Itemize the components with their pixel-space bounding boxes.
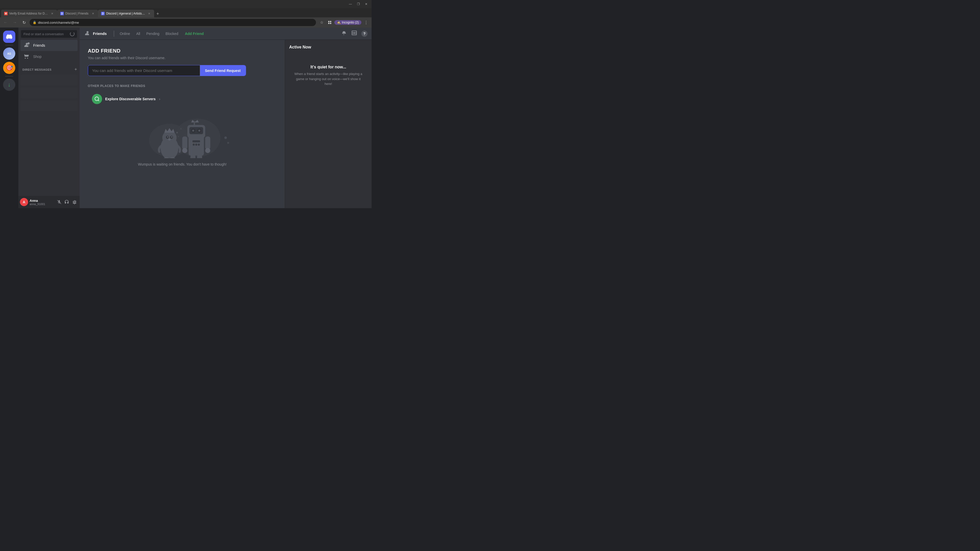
svg-point-6 [95,97,99,101]
svg-point-42 [227,142,229,144]
browser-more-button[interactable]: ⋮ [363,19,369,26]
user-panel: A Anna anna_91001 [18,196,80,208]
explore-servers-button[interactable]: Explore Discoverable Servers › [88,92,164,106]
online-tab[interactable]: Online [117,30,132,37]
username: Anna [30,199,54,203]
inbox-button[interactable] [351,30,357,37]
svg-rect-31 [197,155,202,158]
wumpus-illustration [134,112,231,158]
deafen-button[interactable] [63,198,70,206]
explore-title: Explore Discoverable Servers [105,97,156,101]
user-avatar[interactable]: A [20,198,28,206]
notification-button[interactable] [341,30,347,37]
friends-header-label: Friends [93,32,107,36]
incognito-label: Incognito (2) [342,21,359,24]
friends-nav-item[interactable]: Friends [21,40,78,51]
other-places-title: OTHER PLACES TO MAKE FRIENDS [88,84,277,88]
address-text: discord.com/channels/@me [38,21,79,24]
settings-button[interactable] [71,198,78,206]
close-icon[interactable]: ✕ [363,1,369,7]
add-friend-description: You can add friends with their Discord u… [88,56,277,60]
friends-header-icon [84,30,91,37]
dm-placeholder-1 [21,75,78,86]
direct-messages-label: DIRECT MESSAGES [22,68,52,71]
server-avatar-2[interactable]: 🎯 [3,62,15,74]
maximize-icon[interactable]: ❐ [355,1,362,7]
new-tab-button[interactable]: + [154,10,161,17]
title-bar: — ❐ ✕ [0,0,372,8]
tab-discord-general[interactable]: D Discord | #general | Artists Disco... … [98,10,154,17]
svg-point-35 [192,144,195,146]
wumpus-caption: Wumpus is waiting on friends. You don't … [138,162,226,166]
shop-nav-item[interactable]: Shop [21,51,78,62]
svg-point-14 [171,137,172,138]
svg-point-24 [192,130,194,132]
server-avatar-1[interactable]: AG [3,48,15,60]
main-content: Friends Online All Pending Blocked Add F… [80,27,372,208]
svg-point-37 [198,144,200,146]
add-friend-title: ADD FRIEND [88,48,277,54]
user-tag: anna_91001 [30,203,54,206]
new-dm-button[interactable]: + [74,66,78,73]
tab-gmail-close[interactable]: ✕ [50,11,54,16]
username-input[interactable] [88,65,200,76]
server-separator-2 [5,76,13,76]
svg-rect-34 [192,140,200,142]
dm-placeholder-2 [21,87,78,98]
incognito-profile[interactable]: 🕵 Incognito (2) [334,20,361,25]
extensions-button[interactable] [326,19,333,26]
shop-nav-label: Shop [33,55,41,59]
friends-add-content: ADD FRIEND You can add friends with thei… [80,40,285,208]
svg-rect-1 [330,21,331,22]
friends-nav-label: Friends [33,43,45,48]
wumpus-area: Wumpus is waiting on friends. You don't … [88,112,277,166]
tab-discord-friends[interactable]: D Discord | Friends ✕ [57,10,98,17]
bookmark-button[interactable]: ☆ [318,19,325,26]
blocked-tab[interactable]: Blocked [163,30,181,37]
help-button[interactable]: ? [361,30,368,37]
address-bar[interactable]: 🔒 discord.com/channels/@me [30,19,316,26]
quiet-description: When a friend starts an activity—like pl… [293,71,363,86]
tab-gmail[interactable]: M Verify Email Address for Discord ✕ [1,10,57,17]
mute-button[interactable] [56,198,63,206]
svg-point-38 [177,132,178,133]
tab-gmail-title: Verify Email Address for Discord [9,12,48,15]
svg-point-25 [198,130,200,132]
quiet-container: It's quiet for now... When a friend star… [289,55,368,97]
content-area: ADD FRIEND You can add friends with thei… [80,40,372,208]
dm-sidebar: Find or start a conversation Friends [18,27,80,208]
top-nav: Friends Online All Pending Blocked Add F… [80,27,372,40]
shop-nav-icon [23,53,30,60]
minimize-icon[interactable]: — [347,1,354,7]
tab-discord-friends-favicon: D [60,12,64,15]
lock-icon: 🔒 [33,21,37,24]
download-button[interactable]: ↓ [3,79,15,91]
send-friend-request-button[interactable]: Send Friend Request [200,65,246,76]
dm-nav-items: Friends Shop [18,40,80,62]
add-friend-section: ADD FRIEND You can add friends with thei… [88,48,277,76]
reload-button[interactable]: ↻ [21,19,27,26]
svg-point-39 [180,128,181,129]
incognito-icon: 🕵 [337,21,341,24]
tab-bar: M Verify Email Address for Discord ✕ D D… [0,8,372,17]
search-placeholder-text: Find or start a conversation [24,32,64,36]
svg-rect-2 [328,23,329,24]
back-button[interactable]: ← [2,19,9,26]
dm-placeholder-3 [21,100,78,111]
add-friend-tab[interactable]: Add Friend [182,30,207,37]
search-spinner [70,32,75,36]
svg-rect-30 [190,155,196,158]
pending-tab[interactable]: Pending [144,30,162,37]
find-conversation-input[interactable]: Find or start a conversation [21,30,77,38]
dm-search-area: Find or start a conversation [18,27,80,40]
all-tab[interactable]: All [134,30,143,37]
add-friend-input-row: Send Friend Request [88,65,246,76]
tab-discord-general-favicon: D [101,12,105,15]
forward-button[interactable]: → [11,19,18,26]
home-button[interactable] [3,30,15,43]
svg-point-28 [182,148,187,153]
tab-discord-friends-close[interactable]: ✕ [91,11,95,16]
user-info: Anna anna_91001 [30,199,54,206]
top-nav-right: ? [341,30,368,37]
tab-discord-general-close[interactable]: ✕ [147,11,151,16]
